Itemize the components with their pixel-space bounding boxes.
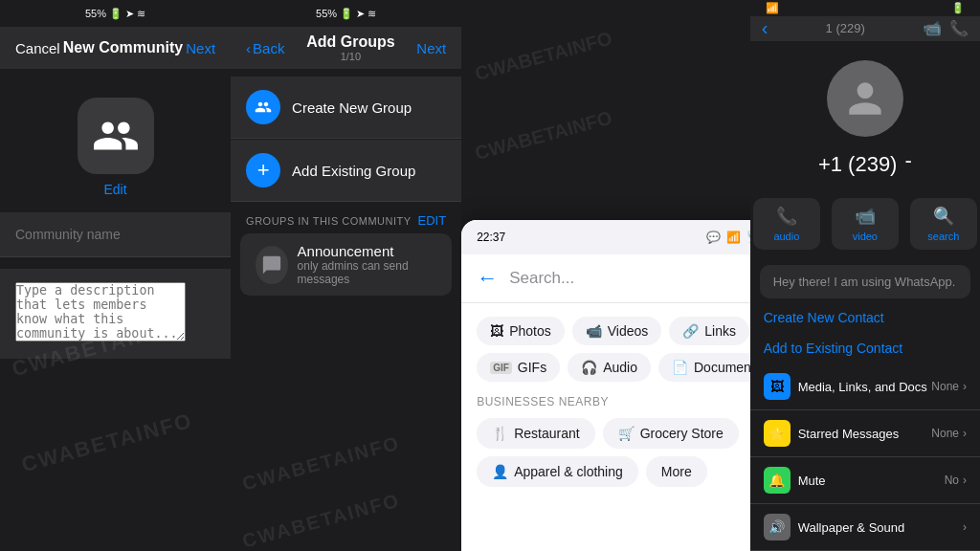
watermark-4: CWABETAINFO [240, 489, 403, 551]
community-icon[interactable] [78, 98, 154, 174]
create-group-icon [246, 90, 280, 124]
panel2-subtitle: 1/10 [341, 51, 361, 62]
announcement-avatar [256, 246, 287, 284]
mute-row-left: 🔔 Mute [764, 467, 826, 494]
chip-more-label: More [661, 464, 692, 479]
media-info-row[interactable]: 🖼 Media, Links, and Docs None › [750, 364, 980, 410]
search-back-button[interactable]: ← [477, 266, 498, 291]
panel4-status-bar: 📶 🔋 [750, 0, 980, 16]
mute-value: No › [945, 474, 967, 487]
chip-grocery-label: Grocery Store [640, 426, 724, 441]
chip-apparel-label: Apparel & clothing [514, 464, 623, 479]
add-existing-row[interactable]: + Add Existing Group [231, 140, 461, 202]
mute-value-text: No [945, 474, 959, 487]
announcement-group-row[interactable]: Announcement only admins can send messag… [240, 233, 452, 296]
media-icon-box: 🖼 [764, 373, 791, 400]
wallpaper-chevron-icon: › [963, 520, 967, 534]
links-icon: 🔗 [682, 323, 699, 339]
panel4-video-icon[interactable]: 📹 [923, 19, 942, 37]
panel-contact: 📶 🔋 ‹ 1 (229) 📹 📞 +1 (239) - 📞 audio 📹 v… [750, 0, 980, 551]
chip-videos[interactable]: 📹 Videos [572, 317, 662, 345]
chip-restaurant-label: Restaurant [514, 426, 579, 441]
status-bar-1: 55% 🔋 ➤ ≋ [0, 0, 231, 27]
business-chips-container: 🍴 Restaurant 🛒 Grocery Store 👤 Apparel &… [477, 418, 750, 487]
back-button-2[interactable]: ‹ Back [246, 40, 284, 56]
create-contact-link[interactable]: Create New Contact [750, 302, 980, 333]
contact-avatar-icon [841, 75, 889, 122]
signal-icon: 📡 [746, 231, 750, 244]
create-group-row[interactable]: Create New Group [231, 77, 461, 139]
chip-more[interactable]: More [646, 456, 707, 487]
chip-documents-label: Documents [694, 360, 750, 375]
description-input[interactable] [15, 282, 186, 342]
audio-icon: 🎧 [581, 360, 597, 375]
community-name-field[interactable] [0, 212, 231, 257]
chip-gifs[interactable]: GIF GIFs [477, 353, 560, 382]
panel4-nav-actions: 📹 📞 [923, 19, 969, 37]
chip-apparel[interactable]: 👤 Apparel & clothing [477, 456, 638, 487]
whatsapp-icon: 💬 [706, 231, 721, 244]
starred-chevron-icon: › [963, 427, 967, 440]
chip-gifs-label: GIFs [518, 360, 546, 375]
apparel-icon: 👤 [492, 464, 508, 479]
starred-info-row[interactable]: ⭐ Starred Messages None › [750, 410, 980, 457]
watermark-3: CWABETAINFO [240, 431, 403, 495]
create-group-label: Create New Group [292, 99, 412, 116]
groups-section-edit[interactable]: EDIT [418, 213, 447, 228]
contact-action-buttons: 📞 audio 📹 video 🔍 search [750, 187, 980, 261]
next-button-2[interactable]: Next [416, 40, 446, 56]
community-icon-area: Edit [0, 69, 231, 212]
panel4-call-icon[interactable]: 📞 [949, 19, 969, 37]
back-label-2: Back [253, 40, 284, 56]
edit-label[interactable]: Edit [103, 182, 126, 197]
status-bar-text-1: 55% 🔋 ➤ ≋ [85, 8, 145, 20]
wallpaper-label: Wallpaper & Sound [798, 520, 905, 535]
status-message: Hey there! I am using WhatsApp. [760, 265, 970, 298]
media-chevron-icon: › [963, 380, 967, 393]
groups-section-label: GROUPS IN THIS COMMUNITY [246, 215, 412, 227]
nav-title-center-2: Add Groups 1/10 [306, 33, 394, 62]
audio-action-btn[interactable]: 📞 audio [753, 198, 820, 250]
community-name-input[interactable] [15, 227, 215, 242]
panel4-back-button[interactable]: ‹ [762, 17, 768, 39]
search-action-icon: 🔍 [933, 206, 954, 227]
mute-info-row[interactable]: 🔔 Mute No › [750, 457, 980, 504]
chip-grocery[interactable]: 🛒 Grocery Store [603, 418, 739, 449]
add-existing-label: Add Existing Group [292, 163, 415, 179]
wifi-icon: 📶 [726, 231, 741, 244]
search-header: ← Search... [461, 254, 750, 303]
description-field[interactable] [0, 269, 231, 359]
panel-search: CWABETAINFO CWABETAINFO 22:37 💬 📶 📡 44% … [461, 0, 750, 551]
cancel-button[interactable]: Cancel [15, 40, 60, 56]
add-existing-contact-link[interactable]: Add to Existing Contact [750, 333, 980, 364]
video-action-btn[interactable]: 📹 video [832, 198, 899, 250]
audio-action-icon: 📞 [776, 206, 797, 227]
contact-avatar [827, 60, 903, 137]
chip-restaurant[interactable]: 🍴 Restaurant [477, 418, 594, 449]
panel4-battery: 🔋 [951, 2, 965, 14]
wallpaper-info-row[interactable]: 🔊 Wallpaper & Sound › [750, 504, 980, 551]
mute-icon-box: 🔔 [764, 467, 791, 494]
nav-bar-2: ‹ Back Add Groups 1/10 Next [231, 27, 461, 69]
search-input[interactable]: Search... [509, 269, 750, 288]
panel2-title: Add Groups [306, 33, 394, 51]
chip-photos[interactable]: 🖼 Photos [477, 317, 565, 345]
chip-videos-label: Videos [608, 323, 649, 339]
add-existing-icon: + [246, 153, 280, 187]
nav-bar-1: Cancel New Community Next [0, 27, 231, 69]
chip-documents[interactable]: 📄 Documents [658, 353, 750, 382]
search-modal: 22:37 💬 📶 📡 44% 🔋 ← Search... 🖼 Photos 📹… [461, 220, 750, 551]
next-button-1[interactable]: Next [186, 40, 215, 56]
wallpaper-row-left: 🔊 Wallpaper & Sound [764, 514, 905, 540]
search-action-btn[interactable]: 🔍 search [910, 198, 977, 250]
phone-number-row: +1 (239) - [818, 144, 912, 177]
panel4-contact-count: 1 (229) [826, 21, 865, 35]
chip-photos-label: Photos [509, 323, 551, 339]
wallpaper-icon-box: 🔊 [764, 514, 791, 540]
panel4-nav: ‹ 1 (229) 📹 📞 [750, 16, 980, 41]
grocery-icon: 🛒 [618, 426, 635, 441]
chip-audio[interactable]: 🎧 Audio [568, 353, 651, 382]
announcement-desc: only admins can send messages [298, 259, 437, 286]
chip-links[interactable]: 🔗 Links [669, 317, 749, 345]
search-status-icons: 💬 📶 📡 44% 🔋 [706, 231, 750, 244]
